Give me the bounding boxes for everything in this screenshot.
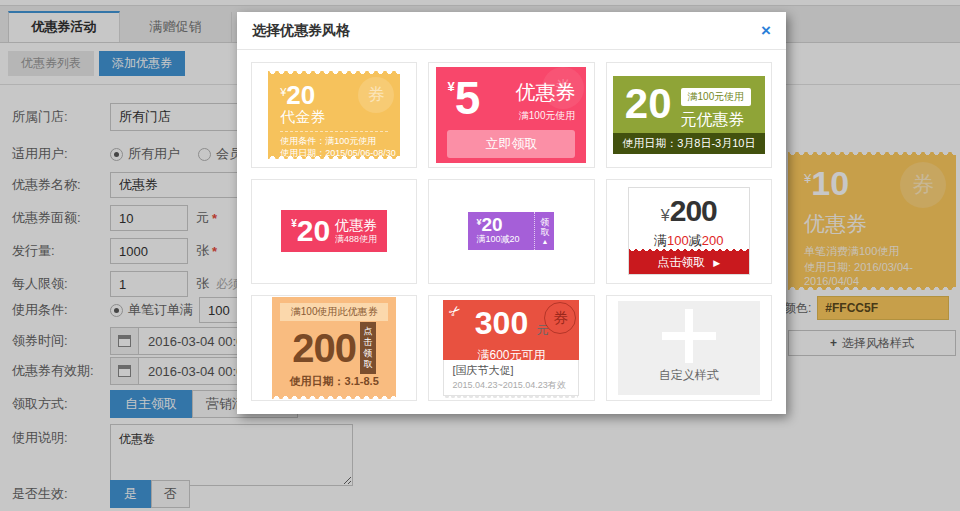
modal-title: 选择优惠券风格 — [252, 22, 350, 40]
coupon-date-strip: 使用日期：3月8日-3月10日 — [613, 133, 765, 154]
close-icon[interactable]: × — [761, 22, 771, 39]
coupon-condition: 满488使用 — [335, 233, 377, 246]
coupon-style-grid: ¥20 代金券 使用条件：满100元使用 使用日期：2015/05/06-08/… — [237, 50, 786, 413]
coupon-event-name: [国庆节大促] — [452, 363, 570, 378]
coupon-title: 元优惠券 — [681, 110, 752, 131]
serrated-edge — [268, 154, 400, 159]
currency-symbol: ¥ — [291, 218, 297, 229]
claim-tab: 领取 ▲ — [534, 212, 554, 250]
zigzag-edge — [629, 249, 749, 253]
coupon-style-card-yellow-stamp[interactable]: ¥20 代金券 使用条件：满100元使用 使用日期：2015/05/06-08/… — [251, 62, 417, 168]
click-claim-bar[interactable]: 点击领取▶ — [629, 249, 749, 274]
custom-style-tile: 自定义样式 — [618, 301, 760, 395]
custom-style-label: 自定义样式 — [618, 367, 760, 384]
coupon-header: 满100使用此优惠券 — [280, 303, 388, 321]
arrow-up-icon: ▲ — [542, 238, 549, 245]
coupon-graphic: 20 满100元使用 元优惠券 使用日期：3月8日-3月10日 — [613, 76, 765, 154]
coupon-badge-icon: 券 — [542, 67, 584, 109]
coupon-date: 使用日期：3.1-8.5 — [272, 374, 396, 389]
coupon-condition: 满100减200 — [629, 232, 749, 250]
coupon-condition: 满600元可用 — [443, 347, 579, 364]
coupon-graphic: ¥20 代金券 使用条件：满100元使用 使用日期：2015/05/06-08/… — [268, 71, 400, 159]
coupon-style-card-purple[interactable]: ¥20 满100减20 领取 ▲ — [428, 179, 594, 285]
arrow-right-icon: ▶ — [713, 258, 720, 268]
coupon-amount: 20 — [482, 214, 503, 235]
coupon-amount: 5 — [455, 76, 481, 123]
currency-symbol: ¥ — [476, 217, 481, 227]
coupon-graphic: ¥ 20 优惠券 满488使用 — [281, 210, 387, 252]
claim-label: 领取 — [540, 217, 550, 237]
coupon-style-card-white-red[interactable]: ¥200 满100减200 点击领取▶ — [606, 179, 772, 285]
coupon-title: 优惠券 — [335, 217, 377, 233]
coupon-graphic: ✂ 券 300元 满600元可用 [国庆节大促] 2015.04.23~2015… — [443, 300, 579, 396]
coupon-amount: ¥200 — [629, 195, 749, 232]
wavy-edge — [444, 396, 578, 400]
coupon-graphic: 满100使用此优惠券 200 点击领取 使用日期：3.1-8.5 — [272, 297, 396, 399]
serrated-edge — [268, 71, 400, 76]
coupon-style-card-orange[interactable]: 满100使用此优惠券 200 点击领取 使用日期：3.1-8.5 — [251, 295, 417, 401]
condition-pill: 满100元使用 — [681, 88, 752, 106]
serrated-edge — [272, 394, 396, 399]
coupon-badge-icon: 券 — [358, 77, 394, 113]
click-claim-vertical-button[interactable]: 点击领取 — [360, 322, 376, 374]
coupon-style-card-green[interactable]: 20 满100元使用 元优惠券 使用日期：3月8日-3月10日 — [606, 62, 772, 168]
plus-icon — [662, 309, 716, 363]
coupon-style-card-pink[interactable]: 券 ¥ 5 优惠券 满100元使用 立即领取 — [428, 62, 594, 168]
coupon-style-card-red-ticket[interactable]: ✂ 券 300元 满600元可用 [国庆节大促] 2015.04.23~2015… — [428, 295, 594, 401]
coupon-condition: 满100减20 — [476, 233, 534, 246]
coupon-graphic: ¥20 满100减20 领取 ▲ — [468, 212, 554, 250]
coupon-style-card-custom[interactable]: 自定义样式 — [606, 295, 772, 401]
coupon-graphic: 券 ¥ 5 优惠券 满100元使用 立即领取 — [436, 67, 586, 163]
coupon-amount: 200 — [292, 325, 356, 371]
coupon-amount: 20 — [625, 79, 672, 131]
coupon-validity: 2015.04.23~2015.04.23有效 — [452, 379, 570, 392]
coupon-style-modal: 选择优惠券风格 × ¥20 代金券 使用条件：满100元使用 使用日期：2015… — [237, 12, 786, 414]
coupon-amount: 20 — [297, 214, 330, 248]
modal-header: 选择优惠券风格 × — [237, 12, 786, 50]
coupon-graphic: ¥200 满100减200 点击领取▶ — [628, 187, 750, 275]
coupon-style-card-pink-tag[interactable]: ¥ 20 优惠券 满488使用 — [251, 179, 417, 285]
currency-symbol: ¥ — [447, 76, 454, 123]
claim-now-button[interactable]: 立即领取 — [447, 130, 575, 158]
coupon-condition: 满100元使用 — [515, 109, 575, 123]
